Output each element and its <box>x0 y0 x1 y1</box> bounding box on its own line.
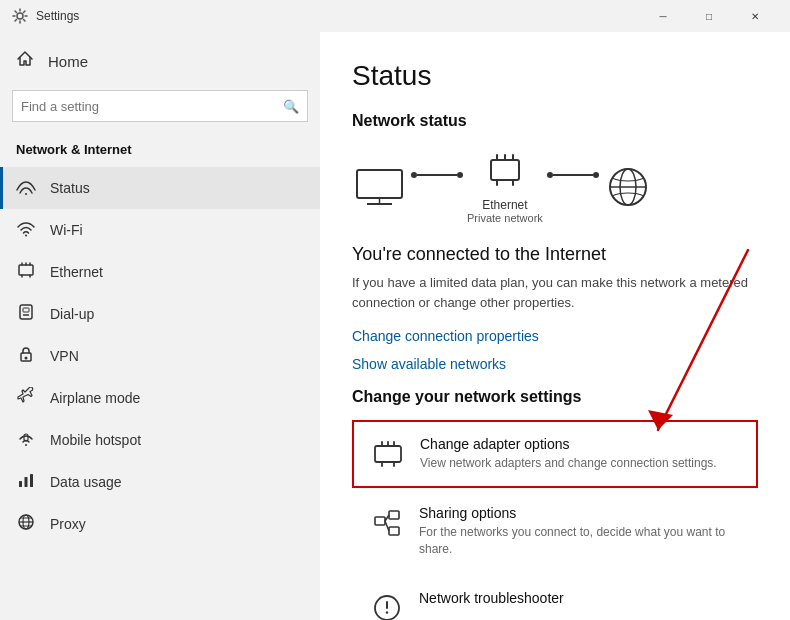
svg-point-48 <box>386 611 388 613</box>
sidebar-item-airplane[interactable]: Airplane mode <box>0 377 320 419</box>
network-diagram: Ethernet Private network <box>352 150 758 224</box>
sidebar-item-ethernet[interactable]: Ethernet <box>0 251 320 293</box>
close-button[interactable]: ✕ <box>732 0 778 32</box>
home-label: Home <box>48 53 88 70</box>
sidebar-item-hotspot-label: Mobile hotspot <box>50 432 141 448</box>
titlebar-title: Settings <box>36 9 640 23</box>
troubleshoot-icon <box>369 590 405 620</box>
internet-icon <box>603 162 653 212</box>
line2 <box>547 172 599 202</box>
ethernet-sublabel: Private network <box>467 212 543 224</box>
proxy-icon <box>16 513 36 535</box>
sidebar-item-datausage-label: Data usage <box>50 474 122 490</box>
svg-point-7 <box>25 314 27 316</box>
vpn-icon <box>16 345 36 367</box>
svg-rect-25 <box>491 160 519 180</box>
svg-rect-43 <box>389 511 399 519</box>
sidebar-item-status[interactable]: Status <box>0 167 320 209</box>
sidebar-item-dialup[interactable]: Dial-up <box>0 293 320 335</box>
svg-rect-3 <box>19 265 33 275</box>
svg-point-6 <box>23 314 25 316</box>
airplane-icon <box>16 387 36 409</box>
status-icon <box>16 177 36 199</box>
search-input[interactable] <box>21 99 283 114</box>
sidebar-item-wifi[interactable]: Wi-Fi <box>0 209 320 251</box>
sidebar-item-ethernet-label: Ethernet <box>50 264 103 280</box>
ethernet-label: Ethernet <box>482 198 527 212</box>
change-settings-heading: Change your network settings <box>352 388 758 406</box>
connected-title: You're connected to the Internet <box>352 244 758 265</box>
change-connection-link[interactable]: Change connection properties <box>352 328 539 344</box>
svg-rect-5 <box>23 308 29 312</box>
change-adapter-item[interactable]: Change adapter options View network adap… <box>352 420 758 488</box>
svg-rect-42 <box>375 517 385 525</box>
sidebar-nav: Status Wi-Fi <box>0 167 320 620</box>
home-icon <box>16 50 34 72</box>
computer-icon <box>352 165 407 209</box>
hotspot-icon <box>16 429 36 451</box>
line1 <box>411 172 463 202</box>
search-icon: 🔍 <box>283 99 299 114</box>
sidebar-item-proxy[interactable]: Proxy <box>0 503 320 545</box>
svg-rect-15 <box>30 474 33 487</box>
datausage-icon <box>16 471 36 493</box>
show-networks-link[interactable]: Show available networks <box>352 356 506 372</box>
computer-device <box>352 165 407 209</box>
sharing-icon <box>369 505 405 541</box>
adapter-desc: View network adapters and change connect… <box>420 455 717 472</box>
sidebar-item-home[interactable]: Home <box>0 40 320 82</box>
sharing-title: Sharing options <box>419 505 741 521</box>
sharing-options-item[interactable]: Sharing options For the networks you con… <box>352 490 758 573</box>
sidebar-item-proxy-label: Proxy <box>50 516 86 532</box>
sidebar-item-airplane-label: Airplane mode <box>50 390 140 406</box>
svg-rect-13 <box>19 481 22 487</box>
sharing-text: Sharing options For the networks you con… <box>419 505 741 558</box>
wifi-icon <box>16 219 36 241</box>
ethernet-device: Ethernet Private network <box>467 150 543 224</box>
content-area: Status Network status <box>320 32 790 620</box>
internet-device <box>603 162 653 212</box>
svg-point-2 <box>25 235 27 237</box>
dialup-icon <box>16 303 36 325</box>
adapter-text: Change adapter options View network adap… <box>420 436 717 472</box>
svg-point-11 <box>25 444 27 446</box>
sidebar-item-wifi-label: Wi-Fi <box>50 222 83 238</box>
troubleshoot-item[interactable]: Network troubleshooter <box>352 575 758 620</box>
search-box[interactable]: 🔍 <box>12 90 308 122</box>
page-title: Status <box>352 60 758 92</box>
sidebar-section-title: Network & Internet <box>0 134 320 167</box>
maximize-button[interactable]: □ <box>686 0 732 32</box>
minimize-button[interactable]: ─ <box>640 0 686 32</box>
svg-line-46 <box>385 521 389 531</box>
sidebar-item-dialup-label: Dial-up <box>50 306 94 322</box>
titlebar: Settings ─ □ ✕ <box>0 0 790 32</box>
app-body: Home 🔍 Network & Internet Status <box>0 32 790 620</box>
svg-point-8 <box>27 314 29 316</box>
connected-desc: If you have a limited data plan, you can… <box>352 273 758 312</box>
sidebar-item-status-label: Status <box>50 180 90 196</box>
adapter-title: Change adapter options <box>420 436 717 452</box>
svg-point-10 <box>25 357 28 360</box>
network-status-heading: Network status <box>352 112 758 130</box>
svg-point-0 <box>17 13 23 19</box>
adapter-icon <box>370 436 406 472</box>
sidebar-item-vpn-label: VPN <box>50 348 79 364</box>
svg-rect-21 <box>357 170 402 198</box>
ethernet-icon <box>16 261 36 283</box>
svg-rect-44 <box>389 527 399 535</box>
sidebar-item-datausage[interactable]: Data usage <box>0 461 320 503</box>
sidebar-item-hotspot[interactable]: Mobile hotspot <box>0 419 320 461</box>
svg-rect-34 <box>375 446 401 462</box>
svg-rect-14 <box>25 477 28 487</box>
settings-app-icon <box>12 8 28 24</box>
sidebar-item-vpn[interactable]: VPN <box>0 335 320 377</box>
sidebar: Home 🔍 Network & Internet Status <box>0 32 320 620</box>
troubleshoot-title: Network troubleshooter <box>419 590 564 606</box>
troubleshoot-text: Network troubleshooter <box>419 590 564 609</box>
svg-point-1 <box>25 193 27 195</box>
ethernet-device-icon <box>483 150 527 194</box>
sharing-desc: For the networks you connect to, decide … <box>419 524 741 558</box>
window-controls: ─ □ ✕ <box>640 0 778 32</box>
